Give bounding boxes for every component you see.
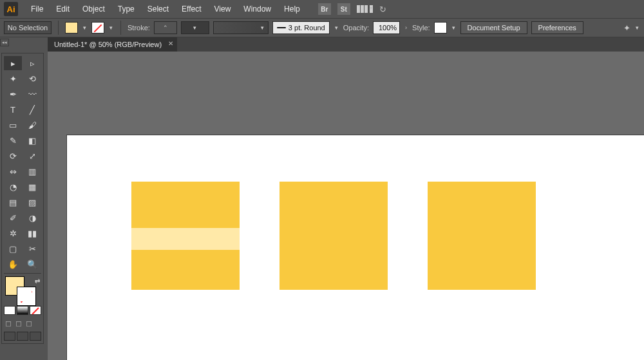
line-segment-tool[interactable]: ╱: [23, 102, 41, 117]
curvature-tool[interactable]: 〰: [23, 87, 41, 101]
draw-inside-icon[interactable]: ◻: [26, 319, 32, 328]
free-transform-tool[interactable]: ▥: [23, 164, 41, 178]
stroke-label: Stroke:: [128, 24, 150, 32]
document-tab-strip: Untitled-1* @ 50% (RGB/Preview) ✕: [48, 37, 644, 52]
color-mode-gradient-icon[interactable]: [17, 306, 28, 315]
chevron-right-icon[interactable]: ›: [404, 24, 408, 31]
divider: [120, 21, 121, 35]
scale-tool[interactable]: ⤢: [23, 149, 41, 163]
stroke-swatch[interactable]: [91, 22, 104, 33]
stroke-color-icon[interactable]: [17, 287, 36, 306]
mesh-tool[interactable]: ▤: [4, 195, 22, 209]
screen-mode-button[interactable]: [4, 332, 15, 341]
gradient-tool[interactable]: ▨: [23, 195, 41, 209]
app-logo-icon: Ai: [4, 2, 18, 16]
panel-collapse-handle[interactable]: ◂◂: [0, 39, 9, 46]
chevron-down-icon[interactable]: ▾: [108, 24, 114, 31]
stroke-weight-field[interactable]: ⌃: [154, 21, 177, 34]
stock-icon[interactable]: St: [337, 3, 350, 15]
symbol-sprayer-tool[interactable]: ✲: [4, 226, 22, 240]
rectangle-shape-3[interactable]: [428, 182, 536, 290]
menu-help[interactable]: Help: [279, 2, 305, 16]
rectangle-tool[interactable]: ▭: [4, 118, 22, 132]
menu-file[interactable]: File: [26, 2, 48, 16]
selection-tool[interactable]: ▸: [4, 56, 22, 70]
align-icon[interactable]: ✦: [623, 23, 630, 33]
document-tab-title: Untitled-1* @ 50% (RGB/Preview): [54, 41, 162, 48]
magic-wand-tool[interactable]: ✦: [4, 71, 22, 86]
artboard[interactable]: [67, 135, 644, 360]
menu-object[interactable]: Object: [77, 2, 110, 16]
gpu-perf-icon[interactable]: ↻: [379, 5, 386, 14]
pen-tool[interactable]: ✒: [4, 87, 22, 101]
slice-tool[interactable]: ✂: [23, 242, 41, 256]
style-label: Style:: [412, 24, 430, 32]
divider: [58, 21, 59, 35]
perspective-grid-tool[interactable]: ▦: [23, 180, 41, 194]
preferences-button[interactable]: Preferences: [531, 21, 583, 34]
eyedropper-tool[interactable]: ✐: [4, 211, 22, 225]
arrange-documents-icon[interactable]: ▾: [357, 5, 373, 13]
document-tab[interactable]: Untitled-1* @ 50% (RGB/Preview) ✕: [48, 37, 177, 52]
menu-effect[interactable]: Effect: [176, 2, 206, 16]
tool-panel: ▸ ▹ ✦ ⟲ ✒ 〰 T ╱ ▭ 🖌 ✎ ◧ ⟳ ⤢ ⇔ ▥ ◔ ▦ ▤ ▨ …: [1, 53, 44, 344]
chevron-down-icon[interactable]: ▾: [451, 24, 457, 31]
menu-type[interactable]: Type: [113, 2, 140, 16]
fill-swatch[interactable]: [65, 22, 78, 33]
stroke-weight-dropdown[interactable]: ▾: [181, 21, 209, 34]
graphic-style-swatch[interactable]: [434, 22, 447, 33]
draw-mode-row: ◻ ◻ ◻: [4, 317, 41, 329]
opacity-label: Opacity:: [343, 24, 369, 32]
rectangle-stripe[interactable]: [131, 228, 240, 250]
draw-behind-icon[interactable]: ◻: [15, 319, 22, 328]
menu-view[interactable]: View: [209, 2, 236, 16]
brush-definition[interactable]: 3 pt. Round: [272, 21, 330, 34]
shaper-tool[interactable]: ✎: [4, 133, 22, 147]
color-mode-none-icon[interactable]: [30, 306, 41, 315]
document-setup-button[interactable]: Document Setup: [460, 21, 527, 34]
width-tool[interactable]: ⇔: [4, 164, 22, 178]
artboard-tool[interactable]: ▢: [4, 242, 22, 256]
eraser-tool[interactable]: ◧: [23, 133, 41, 147]
paintbrush-tool[interactable]: 🖌: [23, 118, 41, 132]
menu-window[interactable]: Window: [238, 2, 276, 16]
workspace-area[interactable]: [48, 52, 644, 360]
opacity-field[interactable]: 100%: [373, 21, 400, 34]
rotate-tool[interactable]: ⟳: [4, 149, 22, 163]
menu-bar: Ai File Edit Object Type Select Effect V…: [0, 0, 644, 18]
bridge-icon[interactable]: Br: [318, 3, 331, 15]
chevron-down-icon[interactable]: ▾: [82, 24, 88, 31]
control-bar: No Selection ▾ ▾ Stroke: ⌃ ▾ ▾ 3 pt. Rou…: [0, 18, 644, 37]
lasso-tool[interactable]: ⟲: [23, 71, 41, 86]
hand-tool[interactable]: ✋: [4, 257, 22, 271]
rectangle-shape-2[interactable]: [279, 182, 388, 290]
rectangle-shape-1[interactable]: [131, 182, 240, 290]
zoom-tool[interactable]: 🔍: [23, 257, 41, 271]
draw-normal-icon[interactable]: ◻: [5, 319, 12, 328]
brush-definition-label: 3 pt. Round: [289, 24, 325, 32]
type-tool[interactable]: T: [4, 102, 22, 117]
menu-edit[interactable]: Edit: [51, 2, 75, 16]
menubar-right-cluster: Br St ▾ ↻: [318, 3, 386, 15]
screen-mode-row: [4, 332, 41, 341]
screen-mode-button[interactable]: [17, 332, 28, 341]
swap-fill-stroke-icon[interactable]: ⇄: [35, 278, 40, 285]
chevron-down-icon[interactable]: ▾: [334, 24, 339, 31]
shape-builder-tool[interactable]: ◔: [4, 180, 22, 194]
color-mode-row: [4, 306, 41, 315]
chevron-down-icon[interactable]: ▾: [634, 24, 640, 31]
color-mode-solid-icon[interactable]: [4, 306, 15, 315]
direct-selection-tool[interactable]: ▹: [23, 56, 41, 70]
close-icon[interactable]: ✕: [168, 40, 173, 47]
blend-tool[interactable]: ◑: [23, 211, 41, 225]
variable-width-profile[interactable]: ▾: [213, 21, 269, 34]
screen-mode-button[interactable]: [30, 332, 41, 341]
column-graph-tool[interactable]: ▮▮: [23, 226, 41, 240]
stepper-icon[interactable]: ⌃: [162, 24, 169, 31]
fill-stroke-control[interactable]: ⇄: [4, 276, 43, 305]
menu-select[interactable]: Select: [142, 2, 174, 16]
selection-status: No Selection: [4, 21, 52, 34]
